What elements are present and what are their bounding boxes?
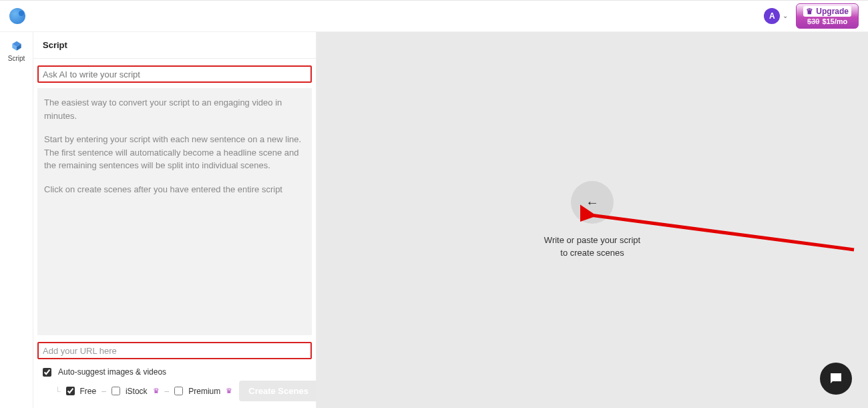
sep2: – xyxy=(165,387,170,396)
script-icon xyxy=(10,40,23,53)
arrow-left-icon: ← xyxy=(586,195,599,210)
ask-ai-label: Ask AI to write your script xyxy=(43,69,140,79)
chevron-down-icon: ⌄ xyxy=(783,12,788,19)
auto-suggest-row[interactable]: Auto-suggest images & videos xyxy=(43,367,306,377)
placeholder-line-2: Start by entering your script with each … xyxy=(44,133,305,172)
premium-checkbox[interactable] xyxy=(174,387,183,395)
main: Script Script Ask AI to write your scrip… xyxy=(0,32,868,408)
crown-icon-premium: ♛ xyxy=(226,387,232,395)
sep1: – xyxy=(101,387,106,396)
user-menu[interactable]: A ⌄ xyxy=(764,8,788,24)
upgrade-price: $15/mo xyxy=(822,17,847,25)
stage-hint-line1: Write or paste your script xyxy=(544,234,640,246)
premium-label: Premium xyxy=(188,387,220,396)
tree-branch-icon: └ xyxy=(55,387,61,396)
chat-fab[interactable] xyxy=(820,363,852,395)
ask-ai-button[interactable]: Ask AI to write your script xyxy=(37,65,312,83)
crown-icon: ♛ xyxy=(806,7,813,16)
url-input-wrap xyxy=(37,342,312,359)
stage-hint: Write or paste your script to create sce… xyxy=(544,234,640,258)
auto-suggest-checkbox[interactable] xyxy=(43,368,51,377)
create-scenes-button[interactable]: Create Scenes xyxy=(239,381,318,401)
auto-suggest-label: Auto-suggest images & videos xyxy=(58,367,166,377)
rail-label-script: Script xyxy=(8,55,25,62)
left-rail: Script xyxy=(0,32,33,408)
topbar-right: A ⌄ ♛ Upgrade $30$15/mo xyxy=(764,3,859,29)
stage-area: ← Write or paste your script to create s… xyxy=(316,32,868,408)
logo-wrap[interactable] xyxy=(9,8,25,24)
chat-icon xyxy=(828,371,844,387)
placeholder-line-3: Click on create scenes after you have en… xyxy=(44,183,305,196)
placeholder-line-1: The easiest way to convert your script t… xyxy=(44,96,305,122)
topbar: A ⌄ ♛ Upgrade $30$15/mo xyxy=(0,0,868,32)
crown-icon-istock: ♛ xyxy=(153,387,160,395)
istock-label: iStock xyxy=(126,387,148,396)
script-textarea[interactable]: The easiest way to convert your script t… xyxy=(37,88,312,335)
stage-hint-line2: to create scenes xyxy=(544,247,640,259)
url-input[interactable] xyxy=(39,343,310,358)
panel-title: Script xyxy=(33,32,316,59)
free-label: Free xyxy=(80,387,97,396)
rail-item-script[interactable]: Script xyxy=(8,40,25,62)
upgrade-price-row: $30$15/mo xyxy=(807,17,847,26)
upgrade-top-row: ♛ Upgrade xyxy=(803,6,851,17)
script-panel: Script Ask AI to write your script The e… xyxy=(33,32,316,408)
istock-checkbox[interactable] xyxy=(112,387,120,395)
stage-arrow-circle: ← xyxy=(571,181,614,224)
upgrade-label: Upgrade xyxy=(816,7,849,16)
options-sub-row: └ Free – iStock ♛ – Premium ♛ Create Sce… xyxy=(43,381,306,401)
free-checkbox[interactable] xyxy=(66,387,75,395)
options-block: Auto-suggest images & videos └ Free – iS… xyxy=(33,363,316,408)
avatar: A xyxy=(764,8,780,24)
upgrade-strike: $30 xyxy=(807,17,819,25)
upgrade-button[interactable]: ♛ Upgrade $30$15/mo xyxy=(796,3,859,29)
stock-options: └ Free – iStock ♛ – Premium ♛ xyxy=(43,387,232,396)
app-logo-icon xyxy=(9,8,25,24)
